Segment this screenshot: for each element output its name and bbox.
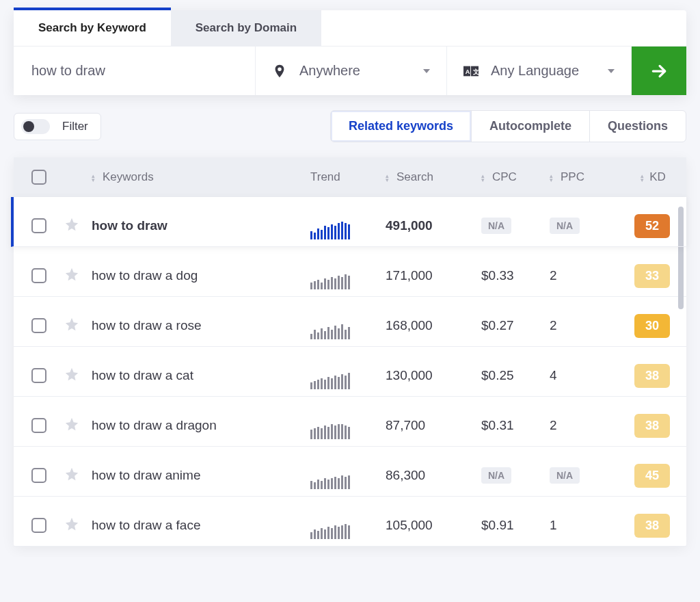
- segment-related-keywords[interactable]: Related keywords: [331, 111, 472, 142]
- table-header: Keywords Trend Search CPC PPC KD: [14, 157, 686, 197]
- column-search[interactable]: Search: [386, 170, 481, 184]
- sort-icon: [481, 174, 488, 182]
- row-checkbox[interactable]: [31, 318, 46, 333]
- trend-sparkline: [310, 222, 386, 239]
- location-dropdown[interactable]: Anywhere: [256, 47, 447, 95]
- star-icon[interactable]: [64, 467, 79, 482]
- cpc-value: $0.27: [481, 318, 514, 332]
- trend-sparkline: [310, 521, 386, 539]
- table-row[interactable]: how to draw a face 105,000 $0.91 1 38: [14, 497, 686, 547]
- na-chip: N/A: [550, 218, 580, 234]
- svg-text:A: A: [466, 68, 470, 75]
- table-row[interactable]: how to draw anime 86,300 N/A N/A 45: [14, 447, 686, 497]
- row-checkbox[interactable]: [31, 518, 46, 533]
- toggle-switch: [21, 119, 50, 134]
- select-all-checkbox[interactable]: [31, 170, 46, 185]
- view-mode-segments: Related keywords Autocomplete Questions: [330, 110, 686, 142]
- search-volume: 171,000: [386, 268, 433, 283]
- segment-autocomplete[interactable]: Autocomplete: [472, 111, 590, 142]
- location-value: Anywhere: [299, 63, 408, 79]
- kd-badge: 38: [634, 514, 670, 538]
- kd-badge: 33: [634, 264, 670, 288]
- row-checkbox[interactable]: [31, 218, 46, 233]
- chevron-down-icon: [608, 68, 615, 75]
- filter-toggle[interactable]: Filter: [14, 113, 101, 140]
- search-submit-button[interactable]: [632, 47, 686, 95]
- na-chip: N/A: [481, 467, 511, 484]
- keyword-text: how to draw: [92, 218, 167, 233]
- search-volume: 130,000: [386, 368, 433, 382]
- search-panel: Search by Keyword Search by Domain Anywh…: [14, 10, 686, 95]
- kd-badge: 45: [634, 464, 670, 488]
- location-pin-icon: [272, 64, 287, 79]
- sort-icon: [386, 174, 392, 182]
- ppc-value: 2: [550, 318, 557, 332]
- trend-sparkline: [310, 272, 386, 289]
- search-volume: 105,000: [386, 518, 433, 532]
- segment-questions[interactable]: Questions: [590, 111, 686, 142]
- search-volume: 86,300: [386, 468, 425, 482]
- star-icon[interactable]: [64, 367, 79, 382]
- search-mode-tabs: Search by Keyword Search by Domain: [14, 10, 686, 47]
- language-dropdown[interactable]: A文 Any Language: [447, 47, 632, 95]
- cpc-value: $0.31: [481, 418, 514, 432]
- kd-badge: 52: [634, 214, 670, 238]
- keyword-text: how to draw anime: [92, 468, 200, 482]
- kd-badge: 30: [634, 314, 670, 338]
- ppc-value: 2: [550, 268, 557, 283]
- trend-sparkline: [310, 371, 386, 389]
- language-value: Any Language: [491, 63, 593, 79]
- row-checkbox[interactable]: [31, 418, 46, 433]
- column-keywords[interactable]: Keywords: [89, 170, 310, 184]
- table-row[interactable]: how to draw a dog 171,000 $0.33 2 33: [14, 247, 686, 297]
- column-ppc[interactable]: PPC: [550, 170, 618, 184]
- keyword-text: how to draw a face: [92, 518, 200, 532]
- keyword-text: how to draw a dog: [92, 268, 198, 283]
- table-row[interactable]: how to draw a cat 130,000 $0.25 4 38: [14, 347, 686, 397]
- trend-sparkline: [310, 421, 386, 439]
- na-chip: N/A: [550, 467, 580, 484]
- controls-row: Filter Related keywords Autocomplete Que…: [14, 110, 686, 142]
- row-checkbox[interactable]: [31, 368, 46, 383]
- cpc-value: $0.33: [481, 268, 514, 283]
- ppc-value: 4: [550, 368, 557, 382]
- chevron-down-icon: [423, 68, 430, 75]
- column-kd[interactable]: KD: [618, 170, 686, 184]
- search-volume: 491,000: [386, 218, 433, 233]
- star-icon[interactable]: [64, 267, 79, 282]
- star-icon[interactable]: [64, 217, 79, 232]
- keyword-input[interactable]: [14, 47, 256, 95]
- sort-icon: [550, 174, 556, 182]
- tab-search-by-keyword[interactable]: Search by Keyword: [14, 8, 171, 46]
- trend-sparkline: [310, 471, 386, 489]
- star-icon[interactable]: [64, 417, 79, 432]
- star-icon[interactable]: [64, 516, 79, 532]
- cpc-value: $0.91: [481, 518, 514, 532]
- row-checkbox[interactable]: [31, 468, 46, 483]
- table-row[interactable]: how to draw 491,000 N/A N/A 52: [11, 197, 686, 247]
- column-cpc[interactable]: CPC: [481, 170, 550, 184]
- trend-sparkline: [310, 322, 386, 339]
- results-table: Keywords Trend Search CPC PPC KD how to …: [14, 157, 686, 547]
- kd-badge: 38: [634, 414, 670, 438]
- language-icon: A文: [463, 64, 479, 79]
- ppc-value: 1: [550, 518, 557, 532]
- table-row[interactable]: how to draw a dragon 87,700 $0.31 2 38: [14, 397, 686, 447]
- sort-icon: [638, 174, 645, 182]
- row-checkbox[interactable]: [31, 268, 46, 283]
- na-chip: N/A: [481, 218, 511, 234]
- search-volume: 87,700: [386, 418, 425, 432]
- cpc-value: $0.25: [481, 368, 514, 382]
- svg-text:文: 文: [472, 68, 479, 75]
- ppc-value: 2: [550, 418, 557, 432]
- search-volume: 168,000: [386, 318, 433, 332]
- filter-label: Filter: [62, 120, 88, 133]
- kd-badge: 38: [634, 364, 670, 388]
- tab-search-by-domain[interactable]: Search by Domain: [171, 10, 321, 46]
- star-icon[interactable]: [64, 317, 79, 332]
- column-trend[interactable]: Trend: [310, 170, 386, 184]
- keyword-text: how to draw a dragon: [92, 418, 217, 432]
- keyword-text: how to draw a cat: [92, 368, 193, 382]
- table-row[interactable]: how to draw a rose 168,000 $0.27 2 30: [14, 297, 686, 347]
- search-row: Anywhere A文 Any Language: [14, 47, 686, 95]
